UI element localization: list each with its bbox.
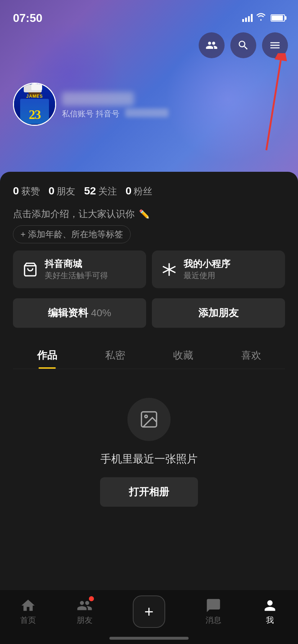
nav-profile[interactable]: 我 xyxy=(262,598,278,626)
home-icon xyxy=(20,598,36,613)
photo-icon xyxy=(139,409,159,429)
avatar[interactable]: JAMES 23 xyxy=(13,83,56,126)
stat-followers-label: 粉丝 xyxy=(134,185,152,198)
asterisk-icon xyxy=(161,261,178,278)
cart-icon xyxy=(22,261,39,278)
douyin-mall-card[interactable]: 抖音商城 美好生活触手可得 xyxy=(13,250,146,288)
nav-profile-icon xyxy=(262,598,278,613)
nav-home[interactable]: 首页 xyxy=(20,598,36,626)
mini-desc: 最近使用 xyxy=(184,270,230,281)
profile-section: JAMES 23 私信账号 抖音号 xyxy=(0,83,298,119)
bottom-nav: 首页 朋友 + 消息 我 xyxy=(0,590,298,644)
avatar-image: JAMES 23 xyxy=(14,84,55,125)
stat-following-label: 关注 xyxy=(98,185,117,198)
tab-likes[interactable]: 喜欢 xyxy=(217,341,285,369)
stat-friends: 0 朋友 xyxy=(49,185,76,198)
nav-messages-label: 消息 xyxy=(206,615,221,626)
stat-following: 52 关注 xyxy=(84,185,117,198)
douyin-id-blurred xyxy=(125,109,168,117)
sub-info-text: 私信账号 抖音号 xyxy=(62,109,119,119)
tab-works[interactable]: 作品 xyxy=(13,341,81,369)
add-friends-label: 添加朋友 xyxy=(198,307,239,318)
sub-info: 私信账号 抖音号 xyxy=(62,109,285,119)
stat-friends-num: 0 xyxy=(49,185,55,197)
username-blurred xyxy=(62,92,134,106)
mall-text: 抖音商城 美好生活触手可得 xyxy=(45,258,108,281)
empty-text: 手机里最近一张照片 xyxy=(100,452,198,466)
nav-messages[interactable]: 消息 xyxy=(206,598,221,626)
edit-profile-label: 编辑资料 xyxy=(48,307,88,318)
friends-notification-dot xyxy=(89,596,94,601)
stat-followers-num: 0 xyxy=(126,185,132,197)
tab-private-label: 私密 xyxy=(105,350,125,361)
tabs-row: 作品 私密 收藏 喜欢 xyxy=(13,341,285,369)
edit-profile-button[interactable]: 编辑资料 40% xyxy=(13,298,146,328)
open-album-button[interactable]: 打开相册 xyxy=(100,477,198,507)
mall-name: 抖音商城 xyxy=(45,258,108,270)
bio-placeholder[interactable]: 点击添加介绍，让大家认识你 ✏️ xyxy=(13,208,285,220)
empty-icon-container xyxy=(127,398,171,441)
stats-row: 0 获赞 0 朋友 52 关注 0 粉丝 xyxy=(13,185,285,198)
add-tags-label: + 添加年龄、所在地等标签 xyxy=(21,229,123,240)
tab-favorites[interactable]: 收藏 xyxy=(149,341,217,369)
bio-area: 点击添加介绍，让大家认识你 ✏️ + 添加年龄、所在地等标签 xyxy=(13,208,285,243)
mini-name: 我的小程序 xyxy=(184,258,230,270)
status-bar: 07:50 xyxy=(0,0,298,29)
nav-home-label: 首页 xyxy=(20,615,36,626)
edit-profile-percent: 40% xyxy=(88,307,111,318)
stat-likes-label: 获赞 xyxy=(21,185,40,198)
mall-desc: 美好生活触手可得 xyxy=(45,270,108,281)
mini-program-card[interactable]: 我的小程序 最近使用 xyxy=(152,250,285,288)
tab-likes-label: 喜欢 xyxy=(241,350,261,361)
action-buttons: 编辑资料 40% 添加朋友 xyxy=(13,298,285,328)
stat-friends-label: 朋友 xyxy=(57,185,75,198)
nav-create[interactable]: + xyxy=(133,595,165,628)
status-time: 07:50 xyxy=(13,12,42,25)
add-friends-button[interactable]: 添加朋友 xyxy=(152,298,285,328)
create-button[interactable]: + xyxy=(133,595,165,628)
stat-likes: 0 获赞 xyxy=(13,185,40,198)
status-icons xyxy=(242,13,285,23)
empty-state: 手机里最近一张照片 打开相册 xyxy=(13,369,285,507)
stat-likes-num: 0 xyxy=(13,185,19,197)
nav-friends[interactable]: 朋友 xyxy=(77,598,92,626)
stat-followers: 0 粉丝 xyxy=(126,185,153,198)
signal-icon xyxy=(242,14,253,22)
friends-button[interactable] xyxy=(199,32,225,58)
service-cards: 抖音商城 美好生活触手可得 我的小程序 最近使用 xyxy=(13,250,285,288)
stat-following-num: 52 xyxy=(84,185,96,197)
top-actions xyxy=(199,32,288,58)
tab-private[interactable]: 私密 xyxy=(81,341,149,369)
tab-works-label: 作品 xyxy=(37,350,57,361)
nav-messages-icon xyxy=(206,598,221,613)
main-card: 0 获赞 0 朋友 52 关注 0 粉丝 点击添加介绍，让大家认识你 ✏️ + … xyxy=(0,172,298,644)
mini-text: 我的小程序 最近使用 xyxy=(184,258,230,281)
username-area: 私信账号 抖音号 xyxy=(62,92,285,119)
nav-friends-label: 朋友 xyxy=(77,615,92,626)
edit-icon: ✏️ xyxy=(139,209,150,219)
tab-favorites-label: 收藏 xyxy=(173,350,193,361)
search-button[interactable] xyxy=(230,32,256,58)
menu-button[interactable] xyxy=(262,32,288,58)
home-indicator xyxy=(109,637,189,640)
battery-icon xyxy=(271,14,285,22)
add-tags-button[interactable]: + 添加年龄、所在地等标签 xyxy=(13,225,131,243)
wifi-icon xyxy=(256,13,266,23)
svg-point-7 xyxy=(145,415,147,418)
nav-profile-label: 我 xyxy=(266,615,274,626)
open-album-label: 打开相册 xyxy=(129,486,169,497)
bio-placeholder-text: 点击添加介绍，让大家认识你 xyxy=(13,208,135,220)
